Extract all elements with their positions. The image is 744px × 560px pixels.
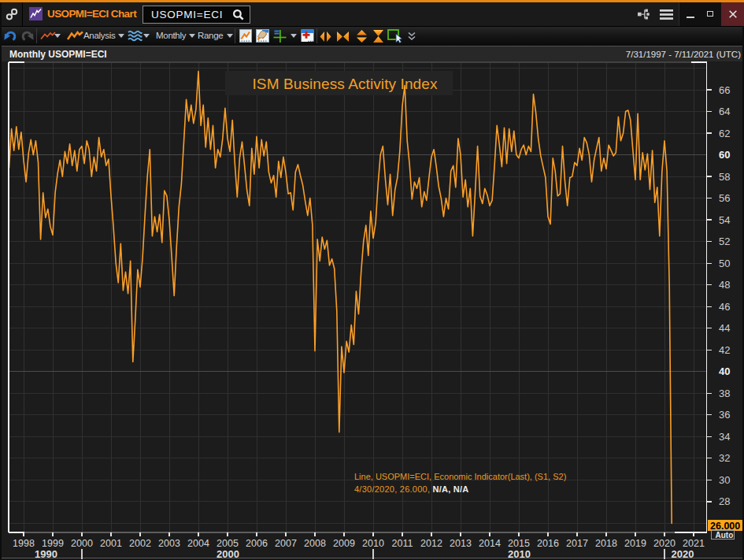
svg-text:2007: 2007: [275, 538, 297, 549]
svg-text:26.000: 26.000: [710, 521, 740, 532]
svg-text:2017: 2017: [566, 538, 588, 549]
svg-text:2000: 2000: [71, 538, 93, 549]
svg-text:2006: 2006: [246, 538, 268, 549]
svg-text:ISM Business Activity Index: ISM Business Activity Index: [252, 76, 437, 92]
svg-text:2002: 2002: [129, 538, 151, 549]
svg-text:Auto: Auto: [716, 531, 734, 540]
svg-text:2010: 2010: [362, 538, 384, 549]
svg-text:28: 28: [719, 495, 730, 507]
svg-text:32: 32: [719, 452, 730, 464]
svg-text:34: 34: [719, 431, 730, 443]
svg-text:2011: 2011: [392, 538, 413, 549]
svg-text:1998: 1998: [13, 538, 35, 549]
svg-text:2012: 2012: [420, 538, 442, 549]
svg-text:60: 60: [719, 149, 730, 161]
svg-text:1999: 1999: [42, 538, 64, 549]
svg-text:2013: 2013: [450, 538, 472, 549]
svg-text:2005: 2005: [217, 538, 239, 549]
svg-text:2021: 2021: [683, 538, 705, 549]
svg-text:46: 46: [719, 301, 730, 313]
svg-text:50: 50: [719, 258, 730, 269]
svg-text:62: 62: [719, 128, 730, 139]
svg-text:Line, USOPMI=ECI, Economic Ind: Line, USOPMI=ECI, Economic Indicator(Las…: [354, 472, 566, 481]
svg-text:40: 40: [719, 365, 730, 377]
svg-text:2008: 2008: [304, 538, 326, 549]
svg-text:2003: 2003: [158, 538, 180, 549]
svg-text:2018: 2018: [595, 538, 617, 549]
svg-text:2020: 2020: [653, 538, 676, 549]
svg-text:66: 66: [719, 84, 730, 96]
svg-text:56: 56: [719, 192, 730, 204]
svg-text:42: 42: [719, 344, 730, 356]
svg-text:36: 36: [719, 409, 730, 421]
svg-text:2015: 2015: [508, 538, 530, 549]
svg-text:2004: 2004: [187, 538, 209, 549]
svg-text:54: 54: [719, 214, 730, 226]
svg-text:2014: 2014: [479, 538, 501, 549]
svg-text:30: 30: [719, 474, 730, 486]
svg-text:44: 44: [719, 322, 730, 334]
svg-text:2019: 2019: [624, 538, 646, 549]
svg-text:52: 52: [719, 235, 730, 247]
svg-text:58: 58: [719, 171, 730, 183]
svg-text:48: 48: [719, 279, 730, 291]
svg-text:2016: 2016: [537, 538, 559, 549]
svg-text:4/30/2020, 26.000, N/A, N/A: 4/30/2020, 26.000, N/A, N/A: [354, 484, 469, 494]
svg-text:2001: 2001: [100, 538, 122, 549]
svg-text:38: 38: [719, 388, 730, 399]
svg-text:2009: 2009: [333, 538, 355, 549]
svg-text:64: 64: [719, 106, 730, 117]
